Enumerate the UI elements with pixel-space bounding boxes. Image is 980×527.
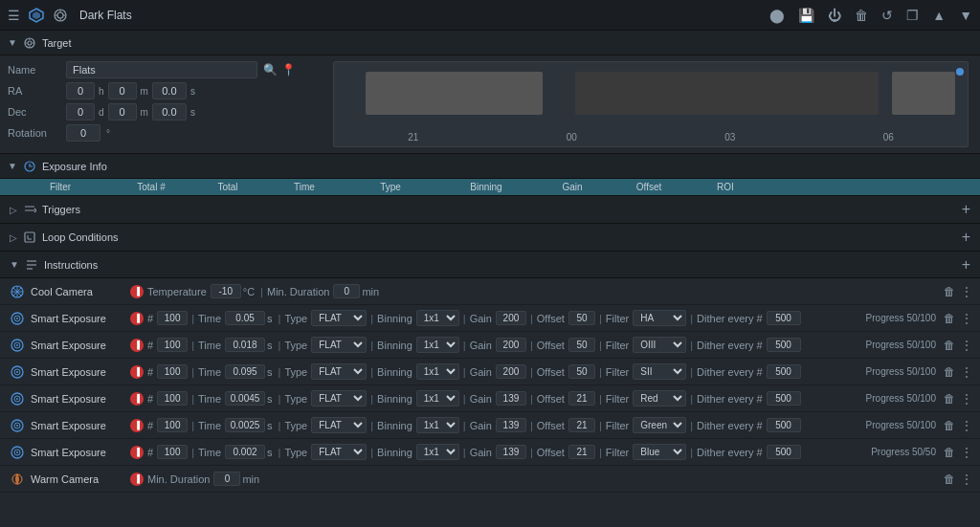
expand-down-icon[interactable]: ▼ — [959, 8, 972, 23]
power-icon[interactable]: ⏻ — [828, 8, 841, 23]
exp-type-2[interactable]: FLATLIGHTDARKBIAS — [311, 363, 367, 380]
exp-time-4[interactable] — [225, 418, 265, 432]
ra-hours-input[interactable] — [66, 82, 95, 99]
location-icon[interactable]: 📍 — [281, 63, 296, 77]
dec-degrees-input[interactable] — [66, 103, 95, 121]
exp-offset-2[interactable] — [568, 364, 595, 379]
exp-more-btn-2[interactable]: ⋮ — [961, 365, 972, 379]
exp-count-2[interactable] — [157, 364, 188, 379]
name-input[interactable] — [66, 61, 257, 78]
exp-gain-1[interactable] — [496, 338, 526, 352]
exp-delete-btn-5[interactable]: 🗑 — [944, 446, 955, 459]
smart-exposure-stop-0[interactable]: ▐ — [130, 312, 144, 325]
exp-gain-3[interactable] — [496, 391, 526, 406]
exp-time-3[interactable] — [225, 391, 265, 406]
exp-delete-btn-2[interactable]: 🗑 — [944, 365, 955, 379]
exp-offset-5[interactable] — [568, 445, 595, 459]
cool-camera-more-btn[interactable]: ⋮ — [961, 285, 972, 298]
exp-count-0[interactable] — [157, 311, 188, 325]
smart-exposure-stop-3[interactable]: ▐ — [130, 392, 144, 406]
exp-offset-1[interactable] — [568, 338, 595, 352]
exp-offset-0[interactable] — [568, 311, 595, 325]
exp-offset-4[interactable] — [568, 418, 595, 432]
triggers-add-btn[interactable]: + — [962, 201, 970, 218]
exp-filter-3[interactable]: RedHAOIIISIIRedGreenBlue — [633, 390, 686, 406]
exp-time-1[interactable] — [225, 338, 265, 352]
exp-delete-btn-1[interactable]: 🗑 — [944, 339, 955, 352]
cool-duration-input[interactable] — [333, 284, 360, 298]
exp-gain-5[interactable] — [496, 445, 526, 459]
exp-count-3[interactable] — [157, 391, 188, 406]
exp-filter-2[interactable]: SIIHAOIIISIIRedGreenBlue — [633, 363, 686, 380]
delete-icon[interactable]: 🗑 — [855, 8, 868, 23]
triggers-header[interactable]: ▷ Triggers + — [0, 196, 980, 223]
exp-type-0[interactable]: FLATLIGHTDARKBIAS — [311, 310, 367, 326]
exp-type-3[interactable]: FLATLIGHTDARKBIAS — [311, 390, 367, 406]
exp-filter-5[interactable]: BlueHAOIIISIIRedGreenBlue — [633, 444, 686, 460]
search-field-icon[interactable]: 🔍 — [263, 63, 278, 77]
exp-count-1[interactable] — [157, 338, 188, 352]
exp-count-4[interactable] — [157, 418, 188, 432]
exp-dither-3[interactable] — [767, 391, 801, 406]
exp-time-2[interactable] — [225, 364, 265, 379]
menu-icon[interactable]: ☰ — [8, 8, 20, 23]
exp-delete-btn-3[interactable]: 🗑 — [944, 392, 955, 406]
cool-camera-delete-btn[interactable]: 🗑 — [944, 285, 955, 298]
loop-header[interactable]: ▷ Loop Conditions + — [0, 224, 980, 251]
exp-offset-3[interactable] — [568, 391, 595, 406]
exp-more-btn-4[interactable]: ⋮ — [961, 419, 972, 432]
exp-filter-4[interactable]: GreenHAOIIISIIRedGreenBlue — [633, 417, 686, 433]
exp-filter-0[interactable]: HAHAOIIISIIRedGreenBlue — [633, 310, 686, 326]
exp-dither-1[interactable] — [767, 338, 801, 352]
instructions-collapse-arrow[interactable]: ▼ — [10, 259, 19, 270]
dec-minutes-input[interactable] — [108, 103, 137, 121]
warm-duration-input[interactable] — [213, 472, 240, 486]
smart-exposure-stop-5[interactable]: ▐ — [130, 446, 144, 459]
exp-time-5[interactable] — [225, 445, 265, 459]
warm-camera-stop-btn[interactable]: ▐ — [130, 472, 144, 486]
cool-camera-stop-btn[interactable]: ▐ — [130, 285, 144, 298]
exp-gain-2[interactable] — [496, 364, 526, 379]
exposure-collapse-arrow[interactable]: ▼ — [8, 161, 17, 171]
refresh-icon[interactable]: ↺ — [881, 8, 893, 23]
exp-time-0[interactable] — [225, 311, 265, 325]
cool-temp-input[interactable] — [211, 284, 241, 298]
exp-dither-2[interactable] — [767, 364, 801, 379]
expand-up-icon[interactable]: ▲ — [932, 8, 946, 23]
exp-type-1[interactable]: FLATLIGHTDARKBIAS — [311, 337, 367, 353]
exp-type-5[interactable]: FLATLIGHTDARKBIAS — [311, 444, 367, 460]
instructions-add-btn[interactable]: + — [962, 256, 970, 274]
exp-gain-0[interactable] — [496, 311, 526, 325]
exp-dither-5[interactable] — [767, 445, 801, 459]
smart-exposure-stop-4[interactable]: ▐ — [130, 419, 144, 432]
smart-exposure-stop-1[interactable]: ▐ — [130, 339, 144, 352]
smart-exposure-stop-2[interactable]: ▐ — [130, 365, 144, 379]
loop-add-btn[interactable]: + — [962, 229, 970, 246]
exp-dither-4[interactable] — [767, 418, 801, 432]
exp-more-btn-0[interactable]: ⋮ — [961, 312, 972, 325]
clone-icon[interactable]: ❐ — [906, 8, 919, 23]
warm-camera-delete-btn[interactable]: 🗑 — [944, 472, 955, 486]
exp-binning-1[interactable]: 1x12x23x34x4 — [416, 337, 459, 353]
exp-dither-0[interactable] — [767, 311, 801, 325]
dec-seconds-input[interactable] — [152, 103, 187, 121]
circle-icon[interactable]: ⬤ — [769, 8, 785, 23]
exp-more-btn-5[interactable]: ⋮ — [961, 446, 972, 459]
exp-count-5[interactable] — [157, 445, 188, 459]
exp-type-4[interactable]: FLATLIGHTDARKBIAS — [311, 417, 367, 433]
exp-more-btn-3[interactable]: ⋮ — [961, 392, 972, 406]
exp-filter-1[interactable]: OIIIHAOIIISIIRedGreenBlue — [633, 337, 686, 353]
exp-binning-5[interactable]: 1x12x23x34x4 — [416, 444, 459, 460]
loop-collapse-arrow[interactable]: ▷ — [10, 232, 17, 243]
exp-binning-3[interactable]: 1x12x23x34x4 — [416, 390, 459, 406]
exp-binning-0[interactable]: 1x12x23x34x4 — [416, 310, 459, 326]
warm-camera-more-btn[interactable]: ⋮ — [961, 472, 972, 486]
exp-gain-4[interactable] — [496, 418, 526, 432]
exp-binning-2[interactable]: 1x12x23x34x4 — [416, 363, 459, 380]
exp-binning-4[interactable]: 1x12x23x34x4 — [416, 417, 459, 433]
rotation-input[interactable] — [66, 124, 100, 142]
exp-more-btn-1[interactable]: ⋮ — [961, 339, 972, 352]
target-collapse-arrow[interactable]: ▼ — [8, 37, 17, 48]
ra-seconds-input[interactable] — [152, 82, 187, 99]
save-icon[interactable]: 💾 — [798, 8, 814, 23]
